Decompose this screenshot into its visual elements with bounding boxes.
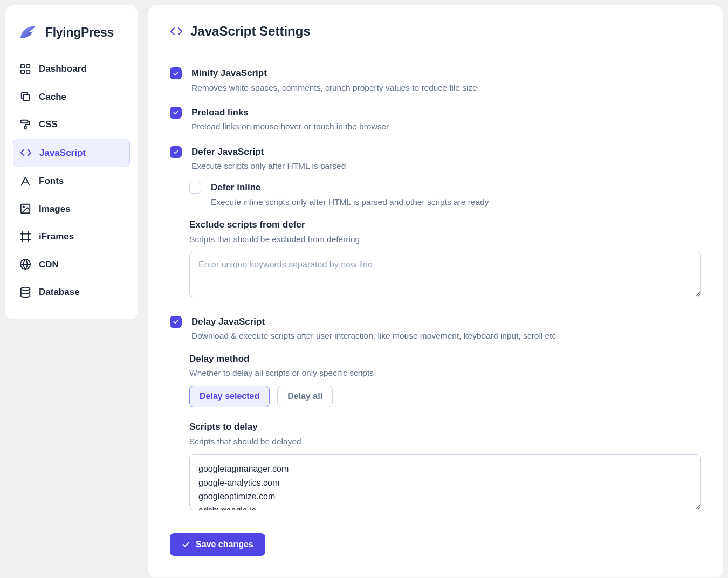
sidebar-item-fonts[interactable]: Fonts [13,167,130,195]
sidebar-item-label: CDN [39,258,59,272]
sidebar-item-cache[interactable]: Cache [13,83,130,111]
sidebar-item-images[interactable]: Images [13,195,130,223]
check-icon [173,109,180,116]
brand-logo: FlyingPress [13,18,130,53]
image-icon [19,203,31,215]
flyingpress-logo-icon [17,22,40,43]
sidebar-item-label: Cache [39,90,66,104]
option-title: Delay JavaScript [191,315,701,329]
checkbox-defer-inline[interactable] [189,182,201,194]
code-icon [20,147,32,159]
check-icon [173,148,180,155]
copy-icon [19,91,31,102]
option-desc: Download & execute scripts after user in… [191,329,701,342]
option-minify-javascript: Minify JavaScript Removes white spaces, … [170,66,701,94]
option-desc: Execute inline scripts only after HTML i… [211,196,701,208]
sidebar: FlyingPress Dashboard Cache CSS JavaScri… [5,5,138,319]
sidebar-nav: Dashboard Cache CSS JavaScript Fonts Ima… [13,55,130,306]
sidebar-item-dashboard[interactable]: Dashboard [13,55,130,83]
svg-rect-4 [23,95,29,101]
svg-rect-1 [26,65,30,68]
field-scripts-to-delay: Scripts to delay Scripts that should be … [170,420,701,514]
check-icon [173,318,180,325]
code-icon [170,25,183,38]
save-changes-button[interactable]: Save changes [170,533,265,556]
field-title: Delay method [189,352,701,366]
field-desc: Scripts that should be excluded from def… [189,233,701,245]
check-icon [173,70,180,77]
check-icon [182,540,190,549]
sidebar-item-label: JavaScript [39,146,86,160]
option-preload-links: Preload links Preload links on mouse hov… [170,106,701,133]
sidebar-item-cdn[interactable]: CDN [13,251,130,279]
exclude-defer-input[interactable] [189,252,701,297]
paint-roller-icon [19,119,31,130]
page-header: JavaScript Settings [170,22,701,53]
option-delay-javascript: Delay JavaScript Download & execute scri… [170,315,701,342]
font-icon [19,175,31,187]
sidebar-item-label: iFrames [39,230,74,244]
grid-icon [19,63,31,75]
scripts-to-delay-input[interactable] [189,454,701,510]
field-desc: Whether to delay all scripts or only spe… [189,367,701,379]
delay-selected-button[interactable]: Delay selected [189,386,270,407]
field-title: Exclude scripts from defer [189,218,701,232]
svg-rect-6 [24,126,26,129]
sidebar-item-label: Dashboard [39,62,87,76]
globe-icon [19,258,31,270]
sidebar-item-label: CSS [39,118,58,132]
delay-method-toggle: Delay selected Delay all [189,386,701,407]
option-defer-inline: Defer inline Execute inline scripts only… [170,181,701,208]
option-desc: Execute scripts only after HTML is parse… [191,160,701,172]
option-title: Defer inline [211,181,701,195]
option-desc: Preload links on mouse hover or touch in… [191,120,701,133]
svg-rect-0 [21,65,24,68]
option-defer-javascript: Defer JavaScript Execute scripts only af… [170,145,701,173]
checkbox-defer-javascript[interactable] [170,146,182,158]
frame-icon [19,231,31,243]
field-title: Scripts to delay [189,420,701,434]
field-delay-method: Delay method Whether to delay all script… [170,352,701,408]
sidebar-item-label: Fonts [39,174,64,188]
option-title: Minify JavaScript [191,66,701,80]
sidebar-item-label: Database [39,285,80,299]
sidebar-item-label: Images [39,202,71,216]
svg-point-16 [21,287,30,291]
sidebar-item-database[interactable]: Database [13,278,130,306]
option-title: Preload links [191,106,701,120]
save-button-label: Save changes [196,540,253,549]
delay-all-button[interactable]: Delay all [277,386,333,407]
field-exclude-defer: Exclude scripts from defer Scripts that … [170,218,701,301]
checkbox-minify-javascript[interactable] [170,67,182,79]
svg-rect-5 [21,120,28,123]
svg-rect-3 [26,70,30,73]
page-title: JavaScript Settings [190,22,311,41]
option-title: Defer JavaScript [191,145,701,159]
svg-point-9 [23,207,24,208]
database-icon [19,286,31,298]
checkbox-preload-links[interactable] [170,107,182,119]
main-panel: JavaScript Settings Minify JavaScript Re… [148,5,723,577]
svg-rect-2 [21,70,24,73]
sidebar-item-javascript[interactable]: JavaScript [13,139,130,168]
option-desc: Removes white spaces, comments, crunch p… [191,81,701,94]
brand-name: FlyingPress [45,23,114,42]
field-desc: Scripts that should be delayed [189,435,701,448]
sidebar-item-css[interactable]: CSS [13,111,130,139]
checkbox-delay-javascript[interactable] [170,316,182,328]
sidebar-item-iframes[interactable]: iFrames [13,223,130,251]
